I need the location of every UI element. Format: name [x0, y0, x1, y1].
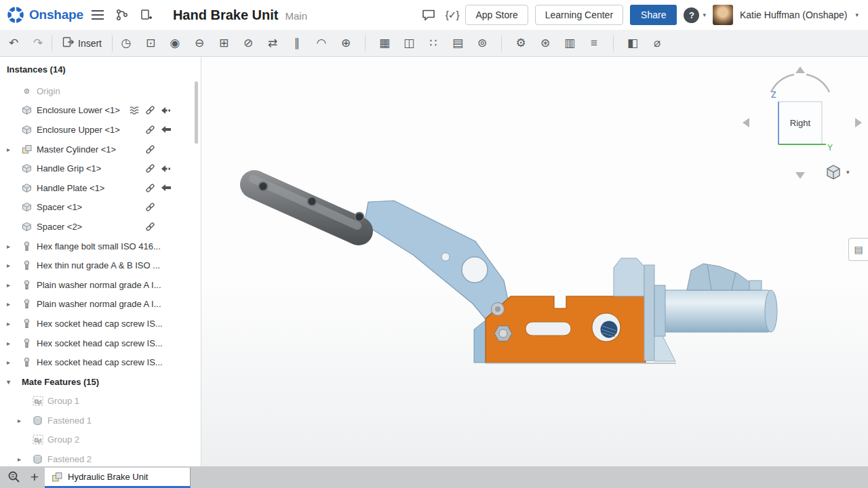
instance-row[interactable]: Handle Grip <1>	[0, 159, 201, 178]
user-menu[interactable]: Katie Huffman (Onshape)	[740, 9, 848, 20]
instance-row[interactable]: Enclosure Lower <1>	[0, 101, 201, 121]
row-status-icons	[127, 163, 174, 174]
slider-mate-icon[interactable]: ⇄	[263, 34, 282, 53]
app-store-button[interactable]: App Store	[465, 5, 528, 25]
mate-feature-row[interactable]: Group 1	[0, 392, 201, 411]
mate-feature-row[interactable]: Group 2	[0, 430, 201, 450]
search-tabs-icon[interactable]	[4, 466, 24, 488]
fastened-mate-icon[interactable]: ⊡	[141, 34, 160, 53]
link-icon[interactable]	[142, 183, 158, 193]
instance-row[interactable]: ▸Plain washer normal grade A I...	[0, 295, 201, 314]
instance-row[interactable]: ▸Hex socket head cap screw IS...	[0, 314, 201, 333]
instance-row[interactable]: Spacer <1>	[0, 198, 201, 218]
section-view-icon[interactable]: ◧	[623, 34, 642, 53]
learning-center-button[interactable]: Learning Center	[535, 5, 623, 25]
link-icon[interactable]	[142, 105, 158, 115]
replicate-icon[interactable]: ◫	[399, 34, 418, 53]
parallel-mate-icon[interactable]: ∥	[288, 34, 307, 53]
versions-icon[interactable]	[112, 5, 132, 25]
link-icon[interactable]	[142, 125, 158, 135]
arrow-solid-icon[interactable]	[158, 184, 174, 192]
expand-chevron-icon[interactable]: ▸	[7, 243, 22, 250]
expand-chevron-icon[interactable]: ▸	[7, 262, 22, 269]
help-caret-icon[interactable]: ▾	[703, 12, 706, 18]
user-avatar[interactable]	[713, 5, 733, 25]
mate-feature-row[interactable]: ▸Fastened 2	[0, 449, 201, 466]
expand-chevron-icon[interactable]: ▸	[18, 455, 33, 463]
row-status-icons	[127, 144, 174, 155]
mate-feature-row[interactable]: ▸Fastened 1	[0, 411, 201, 430]
main-menu-icon[interactable]	[87, 5, 108, 25]
item-label: Enclosure Lower <1>	[37, 105, 120, 115]
assembly-tree-panel: Instances (14) OriginEnclosure Lower <1>…	[0, 57, 201, 466]
expand-chevron-icon[interactable]: ▸	[7, 146, 22, 153]
redo-icon[interactable]: ↷	[28, 34, 47, 53]
expand-chevron-icon[interactable]: ▸	[7, 359, 22, 366]
expand-chevron-icon[interactable]: ▸	[7, 281, 22, 289]
expand-chevron-icon[interactable]: ▸	[7, 340, 22, 347]
instance-row[interactable]: ▸Hex socket head cap screw IS...	[0, 352, 201, 372]
measure-icon[interactable]: ⌀	[648, 34, 667, 53]
comments-icon[interactable]	[418, 5, 439, 25]
display-states-icon[interactable]: ▥	[560, 34, 579, 53]
undo-icon[interactable]: ↶	[4, 34, 23, 53]
group-icon[interactable]: ▦	[375, 34, 394, 53]
instance-row[interactable]: ▸Master Cylinder <1>	[0, 140, 201, 159]
expand-chevron-icon[interactable]: ▸	[18, 417, 33, 424]
instance-row[interactable]: Spacer <2>	[0, 217, 201, 237]
panel-scrollbar[interactable]	[195, 81, 198, 144]
arrow-dashed-icon[interactable]	[158, 165, 174, 173]
arrow-solid-icon[interactable]	[158, 125, 174, 134]
share-button[interactable]: Share	[630, 5, 677, 25]
rotate-up-arrow-icon[interactable]	[795, 66, 805, 73]
help-icon[interactable]: ?	[684, 7, 699, 23]
user-menu-caret-icon[interactable]: ▾	[855, 12, 859, 18]
configurations-icon[interactable]: ⚙	[511, 34, 530, 53]
mate-features-header[interactable]: ▾ Mate Features (15)	[0, 372, 201, 392]
rotate-right-arrow-icon[interactable]	[855, 118, 862, 127]
instance-row[interactable]: Origin	[0, 81, 201, 101]
tab-hydraulic-brake-unit[interactable]: Hydraulic Brake Unit	[45, 468, 191, 488]
expand-chevron-icon[interactable]: ▸	[7, 320, 22, 327]
expand-chevron-icon[interactable]: ▸	[7, 300, 22, 308]
link-icon[interactable]	[142, 202, 158, 212]
planar-mate-icon[interactable]: ⊞	[214, 34, 233, 53]
instance-row[interactable]: ▸Hex flange bolt small ISO 416...	[0, 237, 201, 256]
cylindrical-mate-icon[interactable]: ⊖	[190, 34, 209, 53]
linear-pattern-icon[interactable]: ∷	[424, 34, 443, 53]
instance-row[interactable]: ▸Hex thin nut grade A & B ISO ...	[0, 256, 201, 275]
tangent-mate-icon[interactable]: ◠	[312, 34, 331, 53]
named-positions-icon[interactable]: ≡	[585, 34, 604, 53]
pin-slot-mate-icon[interactable]: ⊘	[239, 34, 258, 53]
instance-row[interactable]: ▸Plain washer normal grade A I...	[0, 275, 201, 295]
row-status-icons	[127, 222, 174, 232]
feedback-icon[interactable]: {✓}	[446, 9, 459, 21]
revolute-mate-icon[interactable]: ◷	[117, 34, 136, 53]
link-icon[interactable]	[142, 144, 158, 155]
handle-grip-part[interactable]	[253, 179, 364, 231]
viewport-3d[interactable]: Z Y Right ▾ ▤	[201, 57, 868, 466]
bom-panel-toggle[interactable]: ▤	[848, 238, 868, 261]
view-mode-button[interactable]: ▾	[825, 162, 861, 182]
insert-new-element-icon[interactable]	[136, 5, 157, 25]
insert-button[interactable]: Insert	[56, 34, 108, 53]
link-icon[interactable]	[142, 163, 158, 174]
bom-table-icon[interactable]: ▤	[448, 34, 467, 53]
link-icon[interactable]	[142, 222, 158, 232]
explode-icon[interactable]: ⊛	[536, 34, 555, 53]
ball-mate-icon[interactable]: ◉	[165, 34, 184, 53]
instance-row[interactable]: Enclosure Upper <1>	[0, 120, 201, 140]
onshape-logo[interactable]: Onshape	[7, 6, 83, 24]
mate-connector-icon[interactable]: ⊕	[336, 34, 355, 53]
collapse-chevron-icon[interactable]: ▾	[7, 378, 22, 386]
part-icon	[22, 163, 37, 174]
rotate-down-arrow-icon[interactable]	[795, 172, 805, 179]
in-context-icon[interactable]	[127, 106, 142, 115]
rotate-left-arrow-icon[interactable]	[743, 118, 749, 127]
add-tab-button[interactable]: +	[24, 466, 45, 488]
rotate-cw-arc-icon[interactable]	[806, 75, 829, 92]
circular-pattern-icon[interactable]: ⊚	[473, 34, 492, 53]
instance-row[interactable]: ▸Hex socket head cap screw IS...	[0, 333, 201, 353]
arrow-dashed-icon[interactable]	[158, 106, 174, 115]
instance-row[interactable]: Handle Plate <1>	[0, 178, 201, 198]
